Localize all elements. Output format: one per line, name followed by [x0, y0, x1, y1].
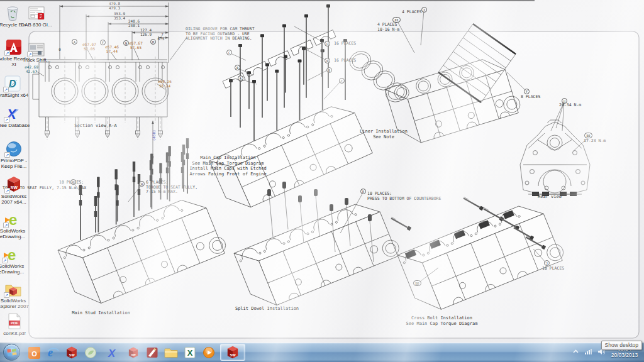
- dim-468: (468): [152, 127, 157, 143]
- caption-section-view: Section view A-A: [64, 123, 127, 129]
- taskbar-icon-draftsight[interactable]: [82, 344, 99, 361]
- taskbar-icon-solidworks[interactable]: SW: [63, 344, 80, 361]
- desktop-icon-primopdf[interactable]: ↗ PrimoPDF - Keep File...: [0, 138, 33, 169]
- dim-cam-58: ⌀58.2658.24: [155, 80, 175, 89]
- taskbar-icon-solidworks-small[interactable]: sw: [125, 344, 142, 361]
- taskbar-icon-excel[interactable]: X: [181, 344, 199, 361]
- desktop-icon-edrawings-2[interactable]: e↗ SolidWorks eDrawing...: [0, 244, 30, 275]
- shortcut-arrow-icon: ↗: [4, 188, 10, 194]
- desktop-icon-draftsight[interactable]: D↗ DraftSight x64: [0, 73, 31, 99]
- desktop-screen: OILING GROOVE FOR CAM THRUSTTO BE FACING…: [0, 0, 644, 362]
- dim-65: 6.5: [155, 37, 167, 41]
- taskbar-icon-orange-app[interactable]: O: [25, 344, 43, 361]
- balloon-M: M: [150, 39, 156, 45]
- system-tray: [572, 348, 605, 355]
- svg-text:PDF: PDF: [11, 321, 18, 325]
- windows-flag-icon: [7, 348, 17, 358]
- photo-edge-artifact: [0, 0, 535, 1]
- taskbar: O e SW X sw X SW 09:5420/03/2013: [0, 343, 644, 362]
- caption-cross-bolt: Cross Bolt InstallationSee Main Cap Torq…: [390, 315, 494, 326]
- balloon-C1: C: [226, 50, 232, 55]
- callout-J-10-places: 10 PLACES: [542, 266, 564, 272]
- desktop-icon-solidworks-2007[interactable]: SW↗ SolidWorks 2007 x64...: [0, 174, 33, 205]
- svg-text:e: e: [8, 246, 16, 263]
- balloon-R: R: [360, 189, 366, 194]
- taskbar-icon-media-player[interactable]: [200, 344, 218, 361]
- callout-K-16-places: 16 PLACES: [334, 58, 356, 63]
- taskbar-icon-windows-explorer[interactable]: [162, 344, 180, 361]
- network-icon[interactable]: [584, 348, 592, 355]
- svg-text:e: e: [9, 211, 17, 228]
- shortcut-arrow-icon: ↗: [2, 258, 8, 263]
- shortcut-arrow-icon: ↗: [27, 52, 33, 57]
- taskbar-icon-blue-x[interactable]: X: [104, 344, 122, 361]
- balloon-U: U: [562, 98, 567, 104]
- balloon-BB: BB: [584, 133, 592, 138]
- shortcut-arrow-icon: ↗: [4, 117, 9, 123]
- callout-dowel: 10 PLACES:PRESS TO BOTTOM OF COUNTERBORE: [367, 192, 441, 201]
- svg-text:sw: sw: [131, 353, 136, 356]
- balloon-EE: EE: [392, 17, 401, 23]
- pdf-drawing-thumbnail-icon: [28, 5, 45, 21]
- desktop-icon-pdf-file[interactable]: PDF conKit.pdf: [0, 311, 33, 337]
- solidworks-cube-icon: SW: [226, 345, 239, 359]
- hidden-icons-chevron-icon[interactable]: [572, 348, 579, 355]
- balloon-B1: B: [235, 65, 240, 70]
- callout-EE-torque: 4 PLACES10-16 N-m: [377, 23, 399, 32]
- desktop-icon-edrawings-1[interactable]: e↗ SolidWorks eDrawing...: [0, 209, 31, 239]
- caption-liner: Liner InstallationSee Note: [352, 129, 415, 140]
- callout-I-4-places: 4 PLACES: [402, 10, 421, 15]
- balloon-N: N: [123, 40, 129, 46]
- svg-text:O: O: [31, 349, 37, 357]
- balloon-A1: A: [238, 75, 243, 81]
- shortcut-arrow-icon: ↗: [3, 222, 9, 228]
- dim-479: 479.8479.3: [102, 2, 127, 11]
- engine-drawing-linework: [0, 0, 644, 343]
- caption-main-cap: Main Cap InstallationSee Main Cap Torque…: [182, 155, 274, 177]
- dim-bore-57-46: ⌀57.4657.44: [102, 45, 122, 54]
- balloon-L: L: [325, 41, 330, 47]
- svg-text:X: X: [187, 348, 193, 358]
- caption-split-dowel: Split Dowel Installation: [221, 306, 313, 312]
- taskbar-button-solidworks-active[interactable]: SW: [220, 344, 245, 361]
- dim-zero: 0: [57, 48, 62, 52]
- dim-bore-57-07: ⌀57.0757.05: [79, 43, 99, 52]
- note-oiling-groove: OILING GROOVE FOR CAM THRUSTTO BE FACING…: [186, 27, 255, 41]
- balloon-B2: B: [326, 67, 332, 73]
- shortcut-arrow-icon: ↗: [3, 87, 9, 92]
- balloon-K: K: [325, 58, 330, 63]
- callout-U-torque: 20-34 N-m: [559, 103, 581, 108]
- callout-L-16-places: 16 PLACES: [334, 41, 356, 47]
- svg-text:SW: SW: [69, 353, 75, 357]
- callout-stud-right: 6 PLACES:TORQUE TO SEAT FULLY,7-15 N-m M…: [146, 180, 197, 195]
- shortcut-arrow-icon: ↗: [4, 152, 10, 158]
- balloon-F: F: [100, 40, 106, 45]
- caption-rear-view: Rear view: [526, 194, 574, 200]
- balloon-I: I: [421, 7, 427, 13]
- callout-BB-torque: 17-23 N-m: [584, 139, 606, 144]
- start-button[interactable]: [3, 344, 20, 361]
- desktop-icon-free-database[interactable]: X↗ Free Database: [0, 103, 32, 129]
- balloon-DD: DD: [413, 280, 421, 286]
- show-desktop-tooltip: Show desktop: [601, 341, 642, 350]
- wallpaper-engine-drawing: OILING GROOVE FOR CAM THRUSTTO BE FACING…: [0, 0, 644, 343]
- desktop-icon-track-shift[interactable]: ↗ Track Shift...: [18, 38, 55, 63]
- balloon-A: A: [72, 39, 77, 45]
- caption-main-stud: Main Stud Installation: [55, 310, 147, 316]
- svg-text:SW: SW: [230, 353, 236, 357]
- shortcut-arrow-icon: ↗: [4, 292, 9, 298]
- balloon-F-rear: F: [524, 89, 530, 94]
- pdf-file-icon: PDF: [6, 312, 23, 330]
- desktop-icon-dab-pdf[interactable]: DAB 830 GI...: [18, 3, 55, 28]
- balloon-G: G: [70, 179, 76, 185]
- svg-text:SW: SW: [11, 185, 18, 190]
- taskbar-icon-red-app[interactable]: [143, 344, 161, 361]
- svg-text:X: X: [108, 348, 116, 359]
- balloon-C2: C: [339, 78, 345, 84]
- callout-F-8-places: 8 PLACES: [521, 95, 540, 100]
- dim-240: 240.6240.1: [121, 19, 147, 28]
- desktop-icon-solidworks-explorer[interactable]: ↗ SolidWorks Explorer 2007: [0, 278, 32, 309]
- shortcut-arrow-icon: ↗: [4, 50, 10, 56]
- dim-127: 127.4126.9: [133, 28, 158, 37]
- taskbar-icon-internet-explorer[interactable]: e: [44, 344, 62, 361]
